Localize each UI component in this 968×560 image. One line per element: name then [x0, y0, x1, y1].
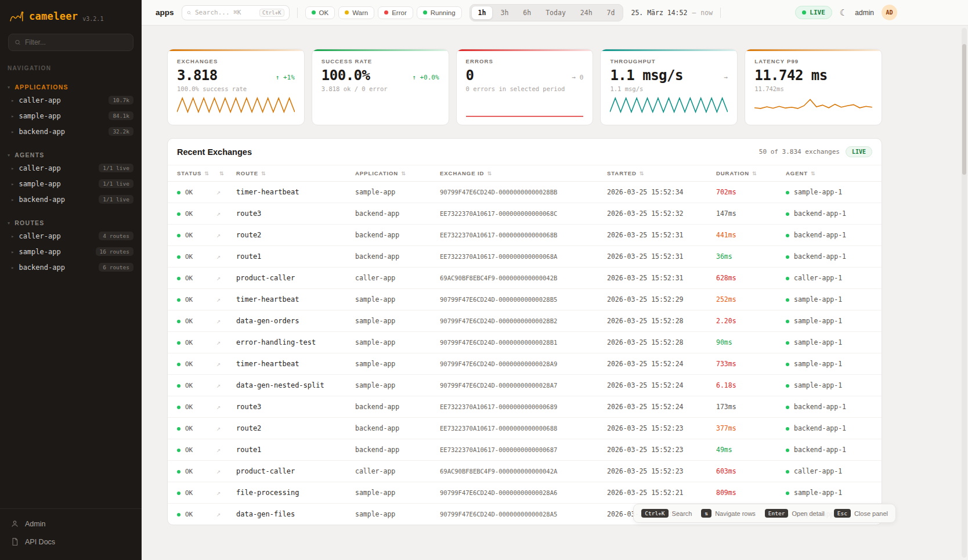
chevron-right-icon: ▸	[11, 249, 14, 255]
open-detail-icon[interactable]: ↗	[216, 252, 221, 261]
open-detail-icon[interactable]: ↗	[216, 188, 221, 196]
open-detail-icon[interactable]: ↗	[216, 489, 221, 497]
agent-name: sample-app-1	[794, 489, 842, 497]
table-row[interactable]: OK↗route3backend-appEE7322370A10617-0000…	[168, 396, 882, 418]
table-row[interactable]: OK↗route2backend-appEE7322370A10617-0000…	[168, 418, 882, 439]
filter-chip-ok[interactable]: OK	[305, 6, 335, 19]
sidebar-section-routes[interactable]: ▾ROUTES	[0, 218, 142, 228]
table-row[interactable]: OK↗product-callercaller-app69AC90BF8EBC4…	[168, 461, 882, 482]
started-timestamp: 2026-03-25 15:52:21	[607, 489, 684, 497]
column-agent[interactable]: AGENT⇅	[786, 165, 882, 182]
table-row[interactable]: OK↗timer-heartbeatsample-app90799F47E6CD…	[168, 289, 882, 310]
route-name: timer-heartbeat	[236, 360, 299, 368]
application-cell: backend-app	[355, 246, 440, 268]
card-value: 11.742 ms	[754, 67, 828, 84]
table-row[interactable]: OK↗error-handling-testsample-app90799F47…	[168, 332, 882, 353]
time-range-3h[interactable]: 3h	[493, 6, 515, 20]
agent-status-dot	[786, 212, 789, 216]
table-row[interactable]: OK↗timer-heartbeatsample-app90799F47E6CD…	[168, 353, 882, 375]
agent-name: caller-app-1	[794, 274, 842, 282]
duration-cell: 173ms	[716, 396, 786, 418]
sidebar-section-applications[interactable]: ▾APPLICATIONS	[0, 82, 142, 92]
open-detail-icon[interactable]: ↗	[216, 360, 221, 368]
sidebar-item-agents-backend-app[interactable]: ▸backend-app1/1 live	[0, 192, 142, 207]
agent-cell: sample-app-1	[786, 482, 882, 504]
filter-input[interactable]	[25, 38, 127, 46]
sidebar-sections: ▾APPLICATIONS▸caller-app10.7k▸sample-app…	[0, 71, 142, 275]
status-label: OK	[185, 468, 193, 475]
route-cell: data-gen-files	[236, 504, 355, 525]
open-detail-icon[interactable]: ↗	[216, 510, 221, 518]
route-name: product-caller	[236, 274, 295, 282]
agent-cell: backend-app-1	[786, 203, 882, 225]
live-badge[interactable]: LIVE	[795, 6, 832, 19]
sidebar-footer-api-docs[interactable]: API Docs	[0, 533, 142, 551]
table-row[interactable]: OK↗route1backend-appEE7322370A10617-0000…	[168, 439, 882, 461]
column-route[interactable]: ROUTE⇅	[236, 165, 355, 182]
sidebar-item-agents-sample-app[interactable]: ▸sample-app1/1 live	[0, 176, 142, 192]
scrollbar[interactable]	[962, 28, 967, 558]
open-detail-icon[interactable]: ↗	[216, 467, 221, 475]
search-input[interactable]	[195, 9, 255, 16]
card-delta: →	[724, 74, 728, 81]
column-status[interactable]: STATUS⇅	[168, 165, 216, 182]
started-cell: 2026-03-25 15:52:23	[607, 461, 716, 482]
scrollbar-thumb[interactable]	[962, 44, 966, 175]
column-duration[interactable]: DURATION⇅	[716, 165, 786, 182]
card-value: 3.818	[177, 67, 218, 84]
table-row[interactable]: OK↗route1backend-appEE7322370A10617-0000…	[168, 246, 882, 268]
open-detail-icon[interactable]: ↗	[216, 231, 221, 239]
column-started[interactable]: STARTED⇅	[607, 165, 716, 182]
exchange-id-cell: EE7322370A10617-000000000000068C	[440, 203, 607, 225]
sidebar-item-routes-caller-app[interactable]: ▸caller-app4 routes	[0, 228, 142, 244]
table-head: STATUS⇅⇅ROUTE⇅APPLICATION⇅EXCHANGE ID⇅ST…	[168, 165, 882, 182]
theme-toggle[interactable]: ☾	[840, 8, 847, 17]
sidebar-item-applications-backend-app[interactable]: ▸backend-app32.2k	[0, 124, 142, 139]
sidebar-item-applications-sample-app[interactable]: ▸sample-app84.1k	[0, 108, 142, 124]
column-open[interactable]: ⇅	[216, 165, 236, 182]
column-exchange-id[interactable]: EXCHANGE ID⇅	[440, 165, 607, 182]
sidebar-item-agents-caller-app[interactable]: ▸caller-app1/1 live	[0, 160, 142, 176]
status-ok-dot	[177, 212, 180, 216]
chevron-down-icon: ▾	[8, 221, 10, 226]
duration-value: 49ms	[716, 446, 732, 454]
column-application[interactable]: APPLICATION⇅	[355, 165, 440, 182]
sidebar-footer-admin[interactable]: Admin	[0, 515, 142, 533]
table-row[interactable]: OK↗data-gen-nested-splitsample-app90799F…	[168, 375, 882, 396]
kbd-esc: Esc	[834, 509, 851, 518]
avatar[interactable]: AD	[882, 5, 897, 20]
sidebar-section-agents[interactable]: ▾AGENTS	[0, 150, 142, 160]
time-range-6h[interactable]: 6h	[516, 6, 538, 20]
open-detail-icon[interactable]: ↗	[216, 338, 221, 346]
table-row[interactable]: OK↗product-callercaller-app69AC90BF8EBC4…	[168, 268, 882, 289]
filter-chip-warn[interactable]: Warn	[338, 6, 374, 19]
time-range-today[interactable]: Today	[539, 6, 573, 20]
period-end: now	[700, 9, 713, 17]
sidebar-item-routes-sample-app[interactable]: ▸sample-app16 routes	[0, 244, 142, 259]
open-detail-icon[interactable]: ↗	[216, 274, 221, 282]
time-range-7d[interactable]: 7d	[600, 6, 622, 20]
time-range-24h[interactable]: 24h	[573, 6, 599, 20]
sidebar-item-badge: 1/1 live	[99, 195, 133, 204]
filter-chip-error[interactable]: Error	[378, 6, 413, 19]
open-detail-icon[interactable]: ↗	[216, 317, 221, 325]
open-detail-icon[interactable]: ↗	[216, 209, 221, 218]
status-dot	[384, 10, 388, 15]
sidebar-item-applications-caller-app[interactable]: ▸caller-app10.7k	[0, 92, 142, 108]
table-row[interactable]: OK↗route3backend-appEE7322370A10617-0000…	[168, 203, 882, 225]
route-cell: route3	[236, 203, 355, 225]
table-row[interactable]: OK↗route2backend-appEE7322370A10617-0000…	[168, 225, 882, 246]
open-detail-icon[interactable]: ↗	[216, 295, 221, 304]
open-detail-icon[interactable]: ↗	[216, 403, 221, 411]
open-detail-icon[interactable]: ↗	[216, 381, 221, 389]
card-value: 100.0%	[322, 67, 370, 84]
route-cell: product-caller	[236, 268, 355, 289]
open-detail-icon[interactable]: ↗	[216, 424, 221, 432]
table-row[interactable]: OK↗file-processingsample-app90799F47E6CD…	[168, 482, 882, 504]
open-detail-icon[interactable]: ↗	[216, 446, 221, 454]
table-row[interactable]: OK↗data-gen-orderssample-app90799F47E6CD…	[168, 310, 882, 332]
sidebar-item-routes-backend-app[interactable]: ▸backend-app6 routes	[0, 259, 142, 275]
filter-chip-running[interactable]: Running	[417, 6, 462, 19]
time-range-1h[interactable]: 1h	[471, 6, 493, 20]
table-row[interactable]: OK↗timer-heartbeatsample-app90799F47E6CD…	[168, 182, 882, 203]
